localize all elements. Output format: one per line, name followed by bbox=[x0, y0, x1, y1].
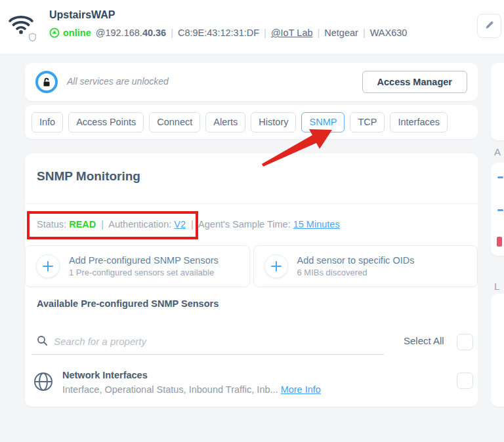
add-sensors-row: Add Pre-configured SNMP Sensors 1 Pre-co… bbox=[25, 245, 478, 287]
divider: | bbox=[318, 28, 320, 38]
tab-history[interactable]: History bbox=[251, 112, 296, 132]
right-panel-heading-a: A bbox=[494, 146, 501, 157]
device-header: UpstairsWAP online @192.168.40.36 | C8:9… bbox=[0, 0, 504, 54]
device-ip: @192.168.40.36 bbox=[96, 28, 166, 38]
right-panel-card-bottom bbox=[491, 294, 504, 407]
plus-icon bbox=[36, 254, 60, 278]
device-vendor: Netgear bbox=[324, 28, 358, 38]
separator: | bbox=[188, 219, 196, 230]
tab-connect[interactable]: Connect bbox=[149, 112, 200, 132]
divider: | bbox=[264, 28, 266, 38]
plus-icon bbox=[264, 254, 288, 278]
globe-icon bbox=[33, 371, 54, 395]
device-location-link[interactable]: @IoT Lab bbox=[271, 28, 313, 38]
online-status-text: online bbox=[63, 28, 91, 38]
snmp-panel-title: SNMP Monitoring bbox=[37, 169, 140, 184]
access-manager-button[interactable]: Access Manager bbox=[362, 71, 467, 93]
tab-access-points[interactable]: Access Points bbox=[68, 112, 144, 132]
divider: | bbox=[363, 28, 366, 38]
shield-badge-icon bbox=[25, 30, 39, 45]
device-title: UpstairsWAP bbox=[49, 9, 115, 21]
edit-device-button[interactable] bbox=[477, 14, 501, 38]
device-model: WAX630 bbox=[370, 28, 408, 38]
add-preconfigured-subtitle: 1 Pre-configured sensors set available bbox=[69, 268, 219, 277]
sensor-description: Interface, Operational Status, Inbound T… bbox=[62, 384, 321, 395]
add-box-text: Add sensor to specific OIDs 6 MIBs disco… bbox=[297, 255, 415, 277]
status-label: Status: bbox=[37, 219, 66, 230]
device-tabs: Info Access Points Connect Alerts Histor… bbox=[25, 105, 478, 139]
add-oids-title: Add sensor to specific OIDs bbox=[297, 255, 415, 266]
available-sensors-title: Available Pre-configured SNMP Sensors bbox=[37, 298, 219, 309]
tab-alerts[interactable]: Alerts bbox=[205, 112, 245, 132]
services-message: All services are unlocked bbox=[67, 76, 169, 87]
sample-time-label: Agent's Sample Time: bbox=[198, 219, 291, 230]
tab-tcp[interactable]: TCP bbox=[350, 112, 385, 132]
divider-line bbox=[25, 203, 478, 204]
sensor-list-item: Network Interfaces Interface, Operationa… bbox=[25, 367, 478, 401]
device-subtitle: online @192.168.40.36 | C8:9E:43:12:31:D… bbox=[49, 28, 407, 38]
services-bar: All services are unlocked Access Manager bbox=[25, 63, 478, 101]
snmp-status-row: Status: READ | Authentication: V2 | Agen… bbox=[37, 219, 340, 230]
separator: | bbox=[98, 219, 106, 230]
tab-interfaces[interactable]: Interfaces bbox=[390, 112, 448, 132]
add-oids-subtitle: 6 MIBs discovered bbox=[297, 268, 415, 277]
tab-snmp[interactable]: SNMP bbox=[301, 112, 345, 132]
sample-time-value-link[interactable]: 15 Minutes bbox=[293, 219, 340, 230]
sensor-name: Network Interfaces bbox=[62, 370, 148, 380]
snmp-panel: SNMP Monitoring Status: READ | Authentic… bbox=[25, 153, 478, 407]
add-box-text: Add Pre-configured SNMP Sensors 1 Pre-co… bbox=[69, 255, 219, 277]
add-preconfigured-title: Add Pre-configured SNMP Sensors bbox=[69, 255, 219, 266]
online-status-icon bbox=[49, 28, 60, 38]
add-specific-oids-button[interactable]: Add sensor to specific OIDs 6 MIBs disco… bbox=[253, 245, 478, 287]
tab-info[interactable]: Info bbox=[32, 112, 63, 132]
right-panel-icon-fragment bbox=[497, 176, 503, 178]
device-mac: C8:9E:43:12:31:DF bbox=[178, 28, 259, 38]
unlock-icon bbox=[35, 71, 58, 93]
divider: | bbox=[171, 28, 173, 38]
more-info-link[interactable]: More Info bbox=[281, 384, 321, 395]
search-underline bbox=[32, 354, 384, 355]
search-input[interactable] bbox=[54, 332, 382, 350]
select-all-checkbox[interactable] bbox=[457, 334, 473, 350]
right-panel-red-icon-fragment bbox=[497, 237, 502, 247]
sensor-checkbox[interactable] bbox=[457, 372, 473, 389]
sensor-search-row: Select All bbox=[25, 329, 478, 358]
select-all-label: Select All bbox=[404, 335, 444, 346]
authentication-label: Authentication: bbox=[108, 219, 171, 230]
right-panel-card-top bbox=[491, 63, 504, 140]
status-value: READ bbox=[69, 219, 96, 230]
right-panel-icon-fragment bbox=[497, 209, 503, 211]
add-preconfigured-sensors-button[interactable]: Add Pre-configured SNMP Sensors 1 Pre-co… bbox=[25, 245, 250, 287]
search-icon bbox=[37, 335, 48, 349]
wifi-device-icon bbox=[8, 13, 39, 43]
authentication-value-link[interactable]: V2 bbox=[174, 219, 186, 230]
pencil-icon bbox=[484, 20, 495, 33]
right-panel-heading-l: L bbox=[494, 281, 499, 292]
